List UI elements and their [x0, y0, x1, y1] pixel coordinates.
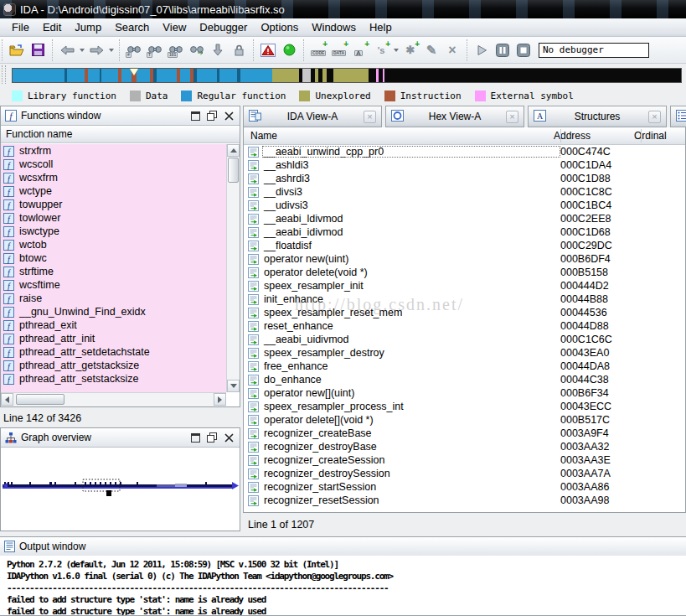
- function-row[interactable]: fpthread_attr_setstacksize: [1, 372, 226, 386]
- graph-overview-canvas[interactable]: [1, 448, 240, 531]
- function-row[interactable]: fpthread_attr_setdetachstate: [1, 345, 226, 359]
- debug-start-icon[interactable]: [472, 41, 491, 60]
- function-row[interactable]: fwcsftime: [1, 278, 226, 292]
- search-address-icon[interactable]: #: [125, 41, 143, 60]
- export-row[interactable]: __aeabi_ldivmod000C2EE8: [244, 212, 685, 225]
- function-row[interactable]: fstrxfrm: [1, 144, 226, 158]
- column-address[interactable]: Address: [554, 130, 634, 142]
- menu-edit[interactable]: Edit: [36, 19, 68, 35]
- search-next-icon[interactable]: [188, 41, 206, 60]
- make-string-dropdown[interactable]: [394, 49, 399, 52]
- maximize-button[interactable]: [190, 432, 200, 443]
- export-row[interactable]: init_enhance00044B88: [244, 292, 685, 306]
- functions-vertical-scrollbar[interactable]: [226, 144, 240, 392]
- export-row[interactable]: operator delete[](void *)000B517C: [244, 413, 685, 427]
- menu-jump[interactable]: Jump: [68, 19, 108, 35]
- export-row[interactable]: __aeabi_unwind_cpp_pr0000C474C: [244, 145, 685, 158]
- function-row[interactable]: fstrftime: [1, 265, 226, 278]
- function-row[interactable]: fpthread_exit: [1, 318, 226, 332]
- scroll-down-button[interactable]: [227, 380, 240, 392]
- forward-icon[interactable]: [87, 41, 106, 60]
- export-row[interactable]: __floatdisf000C29DC: [244, 239, 685, 252]
- export-row[interactable]: operator delete(void *)000B5158: [244, 266, 685, 279]
- export-row[interactable]: speex_resampler_destroy00043EA0: [244, 346, 685, 360]
- lock-icon[interactable]: [230, 41, 248, 60]
- export-row[interactable]: recognizer_createSession0003AA3E: [244, 453, 685, 467]
- horizontal-scroll-thumb[interactable]: [16, 394, 64, 405]
- delete-icon[interactable]: ×: [443, 41, 462, 60]
- export-row[interactable]: __aeabi_idivmod000C1D68: [244, 225, 685, 239]
- function-row[interactable]: ftowupper: [1, 198, 226, 211]
- scroll-up-button[interactable]: [227, 144, 240, 157]
- close-button[interactable]: [224, 111, 234, 121]
- export-row[interactable]: __aeabi_uidivmod000C1C6C: [244, 333, 685, 346]
- function-row[interactable]: fpthread_attr_init: [1, 332, 226, 345]
- navigation-band[interactable]: [12, 68, 682, 83]
- function-row[interactable]: fwcscoll: [1, 158, 226, 171]
- jump-down-icon[interactable]: [209, 41, 227, 60]
- export-row[interactable]: speex_resampler_process_int00043ECC: [244, 400, 685, 413]
- function-row[interactable]: fbtowc: [1, 251, 226, 265]
- debug-pause-icon[interactable]: [493, 41, 512, 60]
- back-icon[interactable]: [58, 41, 76, 60]
- edit-icon[interactable]: ✎: [422, 41, 441, 60]
- export-row[interactable]: recognizer_destroyBase0003AA32: [244, 440, 685, 453]
- debug-stop-icon[interactable]: [514, 41, 533, 60]
- navband-drag-handle[interactable]: [2, 65, 6, 84]
- menu-debugger[interactable]: Debugger: [193, 19, 254, 35]
- menu-file[interactable]: File: [5, 19, 36, 35]
- make-data-icon[interactable]: DATA+: [330, 41, 348, 60]
- back-dropdown[interactable]: [80, 49, 85, 52]
- menu-help[interactable]: Help: [363, 19, 399, 35]
- tab-close-icon[interactable]: ×: [364, 111, 376, 123]
- function-row[interactable]: fraise: [1, 292, 226, 305]
- column-name[interactable]: Name: [244, 130, 554, 142]
- function-row[interactable]: fwctype: [1, 184, 226, 198]
- tab-close-icon[interactable]: ×: [506, 111, 518, 123]
- export-row[interactable]: __ashrdi3000C1D88: [244, 172, 685, 185]
- export-row[interactable]: recognizer_destroySession0003AA7A: [244, 467, 685, 480]
- scroll-right-button[interactable]: [214, 393, 226, 406]
- save-icon[interactable]: [28, 41, 47, 60]
- function-row[interactable]: f__gnu_Unwind_Find_exidx: [1, 305, 226, 318]
- export-row[interactable]: free_enhance00044DA8: [244, 360, 685, 373]
- function-row[interactable]: ftowlower: [1, 211, 226, 225]
- vertical-scroll-thumb[interactable]: [228, 158, 239, 183]
- restore-button[interactable]: [207, 111, 217, 121]
- functions-horizontal-scrollbar[interactable]: [1, 392, 226, 406]
- scroll-left-button[interactable]: [1, 393, 13, 406]
- debugger-select[interactable]: No debugger: [539, 43, 649, 58]
- close-button[interactable]: [224, 432, 234, 443]
- export-row[interactable]: reset_enhance00044D88: [244, 319, 685, 333]
- search-text-icon[interactable]: T: [146, 41, 164, 60]
- export-row[interactable]: __divsi3000C1C8C: [244, 185, 685, 199]
- tab-structures[interactable]: AStructures×: [528, 106, 667, 127]
- open-file-icon[interactable]: [8, 41, 26, 60]
- tab-hex-view-a[interactable]: Hex View-A×: [385, 106, 524, 127]
- export-row[interactable]: operator new[](uint)000B6F34: [244, 386, 685, 400]
- function-row[interactable]: fwctob: [1, 238, 226, 251]
- export-row[interactable]: __ashldi3000C1DA4: [244, 158, 685, 172]
- search-value-icon[interactable]: 101: [167, 41, 185, 60]
- export-row[interactable]: __udivsi3000C1BC4: [244, 199, 685, 212]
- restore-button[interactable]: [207, 432, 217, 443]
- export-row[interactable]: recognizer_startSession0003AA86: [244, 480, 685, 494]
- column-ordinal[interactable]: Ordinal: [634, 130, 667, 142]
- menu-options[interactable]: Options: [254, 19, 305, 35]
- tab-partial[interactable]: [670, 106, 686, 127]
- export-row[interactable]: operator new(uint)000B6DF4: [244, 252, 685, 266]
- make-string-icon[interactable]: 's+: [372, 41, 390, 60]
- abort-icon[interactable]: [259, 41, 277, 60]
- forward-dropdown[interactable]: [109, 49, 114, 52]
- tab-ida-view-a[interactable]: IDA View-A×: [243, 106, 382, 127]
- functions-column-header[interactable]: Function name: [1, 126, 240, 143]
- function-row[interactable]: fwcsxfrm: [1, 171, 226, 184]
- maximize-button[interactable]: [190, 111, 200, 121]
- make-code-icon[interactable]: CODE+: [309, 41, 328, 60]
- export-row[interactable]: do_enhance00044C38: [244, 373, 685, 386]
- function-row[interactable]: fpthread_attr_getstacksize: [1, 359, 226, 372]
- tab-close-icon[interactable]: ×: [648, 111, 661, 123]
- make-function-icon[interactable]: ✱+: [401, 41, 420, 60]
- export-row[interactable]: speex_resampler_init000444D2: [244, 279, 685, 292]
- export-row[interactable]: speex_resampler_reset_mem00044536: [244, 306, 685, 319]
